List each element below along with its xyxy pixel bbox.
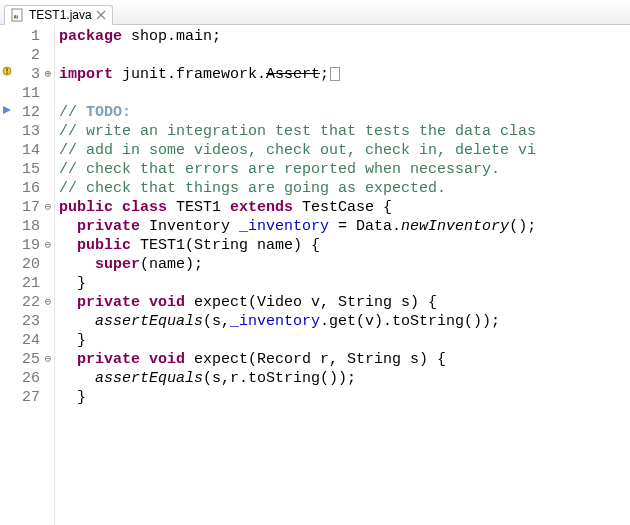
line-number: 12	[14, 103, 42, 122]
tab-filename: TEST1.java	[29, 8, 92, 22]
svg-rect-6	[6, 68, 7, 72]
code-line[interactable]: private Inventory _inventory = Data.newI…	[59, 217, 536, 236]
fold-collapse-icon[interactable]	[45, 350, 52, 369]
tab-test1-java[interactable]: J TEST1.java	[4, 5, 113, 25]
line-number: 17	[14, 198, 42, 217]
marker-gutter	[0, 25, 14, 525]
line-number: 24	[14, 331, 42, 350]
close-icon[interactable]	[96, 10, 106, 20]
line-number: 21	[14, 274, 42, 293]
code-area[interactable]: package shop.main;import junit.framework…	[55, 25, 536, 525]
code-line[interactable]: // write an integration test that tests …	[59, 122, 536, 141]
warning-icon	[2, 65, 12, 84]
line-number: 1	[14, 27, 42, 46]
fold-collapse-icon[interactable]	[45, 198, 52, 217]
line-number: 20	[14, 255, 42, 274]
task-marker-icon	[3, 103, 11, 122]
collapsed-indicator	[330, 67, 340, 81]
line-number: 18	[14, 217, 42, 236]
code-line[interactable]: assertEquals(s,r.toString());	[59, 369, 536, 388]
fold-collapse-icon[interactable]	[45, 236, 52, 255]
line-number: 16	[14, 179, 42, 198]
line-number: 13	[14, 122, 42, 141]
code-line[interactable]: }	[59, 388, 536, 407]
fold-expand-icon[interactable]	[45, 65, 52, 84]
code-line[interactable]: private void expect(Video v, String s) {	[59, 293, 536, 312]
code-line[interactable]: // TODO:	[59, 103, 536, 122]
code-line[interactable]: }	[59, 274, 536, 293]
line-number: 19	[14, 236, 42, 255]
code-line[interactable]: public class TEST1 extends TestCase {	[59, 198, 536, 217]
line-number: 25	[14, 350, 42, 369]
code-line[interactable]: assertEquals(s,_inventory.get(v).toStrin…	[59, 312, 536, 331]
line-number: 14	[14, 141, 42, 160]
line-number: 11	[14, 84, 42, 103]
code-line[interactable]: super(name);	[59, 255, 536, 274]
code-line[interactable]: package shop.main;	[59, 27, 536, 46]
code-line[interactable]	[59, 84, 536, 103]
line-number: 27	[14, 388, 42, 407]
code-line[interactable]: }	[59, 331, 536, 350]
line-number: 3	[14, 65, 42, 84]
line-number: 23	[14, 312, 42, 331]
code-line[interactable]: private void expect(Record r, String s) …	[59, 350, 536, 369]
java-file-icon: J	[11, 8, 25, 22]
line-number: 15	[14, 160, 42, 179]
line-number: 22	[14, 293, 42, 312]
code-line[interactable]: // add in some videos, check out, check …	[59, 141, 536, 160]
line-number-gutter: 1231112131415161718192021222324252627	[14, 25, 42, 525]
line-number: 2	[14, 46, 42, 65]
svg-rect-7	[6, 73, 7, 74]
svg-marker-8	[3, 106, 11, 114]
line-number: 26	[14, 369, 42, 388]
code-line[interactable]: // check that errors are reported when n…	[59, 160, 536, 179]
code-line[interactable]: public TEST1(String name) {	[59, 236, 536, 255]
code-line[interactable]: import junit.framework.Assert;	[59, 65, 536, 84]
code-line[interactable]: // check that things are going as expect…	[59, 179, 536, 198]
fold-collapse-icon[interactable]	[45, 293, 52, 312]
code-editor[interactable]: 1231112131415161718192021222324252627 pa…	[0, 25, 630, 525]
code-line[interactable]	[59, 46, 536, 65]
fold-gutter	[42, 25, 55, 525]
tab-bar: J TEST1.java	[0, 0, 630, 25]
